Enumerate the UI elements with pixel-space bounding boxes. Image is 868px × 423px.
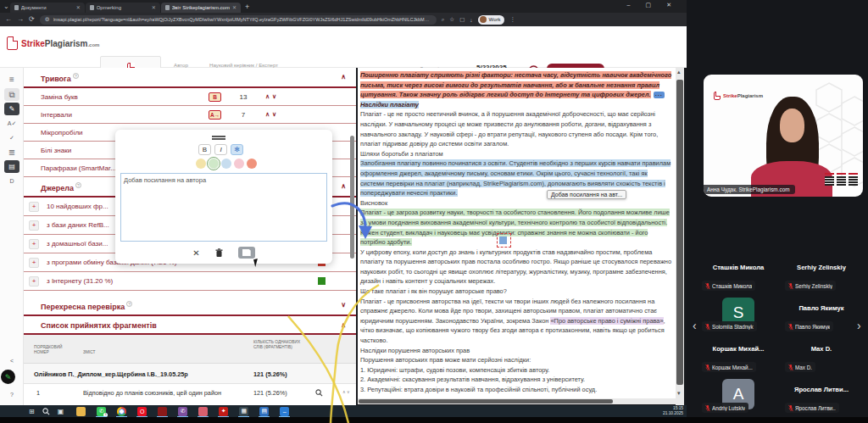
fragments-document-row[interactable]: Олійников П._Диплом_кер.Щербина І.В._19.… — [24, 364, 356, 384]
fragments-section-header[interactable]: Список прийнятих фрагментів ∧ — [24, 316, 356, 335]
taskbar-app-icon[interactable] — [76, 407, 86, 416]
popup-close-icon[interactable]: ✕ — [192, 248, 199, 258]
site-info-icon[interactable]: ⚙ — [45, 16, 50, 23]
taskbar-app-icon[interactable]: ✦ — [219, 407, 228, 416]
taskbar-app-icon[interactable] — [198, 407, 208, 416]
taskbar-app-icon[interactable]: ▦ — [239, 407, 248, 416]
help-circle-icon[interactable]: ? — [126, 301, 132, 307]
main-video-tile[interactable]: StrikePlagiarism Анна Чудак. StrikePlagi… — [704, 75, 863, 197]
highlight-color-swatch[interactable] — [196, 159, 206, 169]
window-maximize-button[interactable]: ▢ — [646, 2, 652, 8]
browser-tab[interactable]: Звіт Strikeplagiarism.com ✕ — [161, 3, 241, 13]
tab-close-icon[interactable]: ✕ — [152, 4, 156, 10]
participant-tile[interactable]: A Andriy Lutskiv — [697, 375, 780, 415]
prev-next-icons[interactable]: ∧∨ — [265, 111, 279, 118]
highlight-color-swatch[interactable] — [247, 159, 257, 169]
crosscheck-section-header[interactable]: Перехресна перевірка? ∨ — [24, 296, 356, 316]
expand-plus-icon[interactable]: + — [29, 276, 39, 287]
browser-tab[interactable]: Документи ✕ — [10, 3, 85, 13]
highlight-button[interactable]: ✻ — [231, 144, 243, 155]
collapse-icon[interactable]: ∧ — [341, 182, 346, 190]
participant-tile[interactable]: Ярослав Литви... Ярослав Литви.. — [780, 375, 863, 415]
taskbar-app-icon[interactable]: O — [137, 407, 147, 416]
tab-search-icon[interactable]: ⌄ — [3, 3, 9, 10]
window-close-button[interactable]: ✕ — [666, 2, 671, 8]
alert-row[interactable]: Заміна букв В 13 ∧∨ — [24, 88, 356, 106]
comment-textarea[interactable] — [120, 173, 327, 242]
reload-icon[interactable]: ⟳ — [29, 16, 35, 23]
horizontal-scrollbar-thumb[interactable] — [359, 399, 613, 404]
start-button[interactable]: ⊞ — [29, 408, 35, 415]
tab-close-icon[interactable]: ✕ — [76, 4, 81, 10]
window-minimize-button[interactable]: – — [627, 2, 631, 8]
list-icon[interactable]: ≣ — [4, 146, 19, 159]
participant-tile[interactable]: Serhiy Zelinskiy Serhiy Zelinskiy — [780, 253, 863, 293]
taskbar-app-icon[interactable]: ✆ — [178, 407, 187, 416]
document-text-panel[interactable]: Поширенню плагіату сприяють різні фактор… — [358, 68, 676, 398]
expand-plus-icon[interactable]: + — [29, 258, 39, 268]
help-icon[interactable]: ? — [4, 388, 19, 401]
draw-pen-icon[interactable]: ✎ — [1, 370, 15, 384]
browser-profile-chip[interactable]: Work — [478, 15, 505, 25]
chat-icon[interactable]: ▤ — [4, 160, 19, 173]
task-view-icon[interactable]: ▣ — [58, 408, 64, 415]
url-bar[interactable]: ⚙ lmsapi.plagiat.pl/report/?language=nl&… — [40, 15, 437, 25]
bold-button[interactable]: B — [198, 144, 211, 155]
taskbar-clock[interactable]: 15:15 21.10.2025 — [663, 406, 683, 416]
panel-scrollbar[interactable] — [350, 136, 354, 259]
participant-tile[interactable]: Коршак Михай... Коршак Михай... — [697, 334, 780, 375]
source-row[interactable]: + з Інтернету (31.20 %) — [24, 272, 356, 291]
taskbar-app-icon[interactable] — [158, 407, 167, 416]
popup-drag-handle[interactable] — [212, 136, 225, 137]
note-edit-icon[interactable]: ✎ — [4, 103, 19, 115]
alert-row[interactable]: Інтервали A→ 7 ∧∨ — [24, 106, 356, 124]
help-circle-icon[interactable]: ? — [75, 182, 81, 188]
forward-icon[interactable]: → — [17, 16, 24, 23]
share-icon[interactable]: < — [4, 354, 19, 367]
participant-tile[interactable]: Павло Якимук Павло Якимук — [780, 293, 863, 334]
magnifier-icon[interactable] — [315, 389, 323, 397]
browser-menu-icon[interactable]: ⋮ — [509, 16, 515, 23]
browser-tab[interactable]: Opmerking ✕ — [86, 3, 160, 13]
bookmark-star-icon[interactable]: ☆ — [449, 16, 454, 23]
comment-indicator-icon[interactable]: ··· — [654, 92, 665, 98]
text-check-icon[interactable]: A✓ — [4, 117, 19, 130]
highlight-color-swatch[interactable] — [221, 159, 231, 169]
help-circle-icon[interactable]: ? — [73, 73, 79, 79]
search-icon[interactable]: ⌕ — [442, 16, 445, 23]
taskbar-search-icon[interactable] — [42, 408, 50, 415]
highlight-color-swatch[interactable] — [209, 159, 219, 169]
popup-save-button[interactable] — [238, 247, 255, 259]
expand-plus-icon[interactable]: + — [29, 202, 39, 212]
prev-next-icons[interactable]: ∧∨ — [265, 93, 279, 100]
collapse-icon[interactable]: ∧ — [341, 73, 346, 81]
participants-prev-icon[interactable]: ‹ — [693, 319, 697, 332]
taskbar-app-icon[interactable]: – — [280, 407, 289, 416]
new-tab-button[interactable]: + — [245, 3, 249, 11]
tab-close-icon[interactable]: ✕ — [232, 4, 236, 10]
scroll-up-icon[interactable]: ▴ — [677, 69, 681, 75]
download-icon[interactable]: ↓ — [470, 17, 472, 23]
collapse-icon[interactable]: ∧ — [341, 321, 346, 329]
taskbar-app-icon[interactable]: ▤ — [259, 407, 269, 416]
alerts-section-header[interactable]: Тривога? ∧ — [24, 68, 356, 88]
tag-icon[interactable]: D — [4, 175, 19, 187]
taskbar-app-icon[interactable]: ✆ 1 — [97, 407, 106, 416]
save-page-icon[interactable]: ▢ — [459, 16, 465, 23]
row-nav-icons[interactable]: ∧ ∨ — [342, 389, 350, 394]
expand-icon[interactable]: ∨ — [341, 301, 346, 309]
strikeplagiarism-logo[interactable]: StrikePlagiarism.com — [7, 36, 99, 50]
document-scrollbar-thumb[interactable] — [676, 80, 683, 385]
participant-tile[interactable]: Сташків Микола Сташків Микола — [697, 253, 780, 293]
fragment-row[interactable]: 1 Відповідно до планів союзників, цей од… — [24, 384, 356, 401]
popup-delete-icon[interactable] — [215, 248, 223, 258]
menu-icon[interactable]: ≡ — [4, 73, 19, 86]
selection-marker[interactable] — [497, 233, 511, 248]
scroll-down-icon[interactable]: ▾ — [677, 390, 681, 397]
pages-icon[interactable]: ⧉ — [4, 88, 19, 101]
highlight-color-swatch[interactable] — [234, 159, 244, 169]
expand-plus-icon[interactable]: + — [29, 220, 39, 231]
participant-tile[interactable]: Max D. Max D. — [780, 334, 863, 375]
italic-button[interactable]: I — [214, 144, 227, 155]
taskbar-app-icon[interactable] — [117, 407, 126, 416]
